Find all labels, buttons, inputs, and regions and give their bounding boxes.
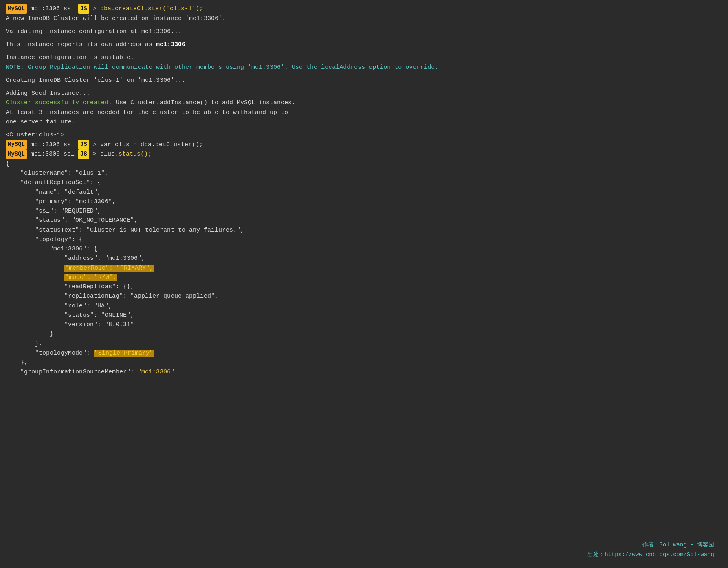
output-line-2: Validating instance configuration at mc1… bbox=[6, 27, 722, 36]
json-version: "version": "8.0.31" bbox=[6, 320, 722, 329]
json-topologymode: "topologyMode": "Single-Primary" bbox=[6, 349, 722, 358]
output-line-1: A new InnoDB Cluster will be created on … bbox=[6, 14, 722, 23]
json-readreplicas: "readReplicas": {}, bbox=[6, 282, 722, 292]
json-status2: "status": "ONLINE", bbox=[6, 311, 722, 320]
output-line-3: This instance reports its own address as… bbox=[6, 40, 722, 49]
json-clustername: "clusterName": "clus-1", bbox=[6, 169, 722, 178]
json-mc1-open: "mc1:3306": { bbox=[6, 244, 722, 254]
watermark: 作者：Sol_wang - 博客园 出处：https://www.cnblogs… bbox=[587, 540, 714, 560]
json-mode: "mode": "R/W", bbox=[6, 273, 722, 282]
json-primary: "primary": "mc1:3306", bbox=[6, 197, 722, 206]
cmd-1: dba.createCluster('clus-1'); bbox=[100, 4, 203, 13]
output-line-7: Adding Seed Instance... bbox=[6, 89, 722, 98]
json-defaultreplicaset-open: "defaultReplicaSet": { bbox=[6, 178, 722, 187]
cmd-2: var clus = dba.getCluster(); bbox=[100, 140, 203, 149]
cmd-3a: clus. bbox=[100, 149, 119, 159]
json-status: "status": "OK_NO_TOLERANCE", bbox=[6, 216, 722, 225]
arrow-3: > bbox=[89, 149, 100, 159]
prompt-line-2: MySQL mc1:3306 ssl JS > var clus = dba.g… bbox=[6, 140, 722, 149]
watermark-line1: 作者：Sol_wang - 博客园 bbox=[587, 540, 714, 550]
mysql-badge-3: MySQL bbox=[6, 149, 27, 159]
json-statustext: "statusText": "Cluster is NOT tolerant t… bbox=[6, 226, 722, 235]
output-line-4: Instance configuration is suitable. bbox=[6, 53, 722, 62]
output-line-10: one server failure. bbox=[6, 117, 722, 127]
json-topology-close: }, bbox=[6, 339, 722, 349]
terminal-window: MySQL mc1:3306 ssl JS > dba.createCluste… bbox=[6, 4, 722, 568]
watermark-line2: 出处：https://www.cnblogs.com/Sol-wang bbox=[587, 550, 714, 560]
json-memberrole: "memberRole": "PRIMARY", bbox=[6, 263, 722, 273]
json-groupinfosource: "groupInformationSourceMember": "mc1:330… bbox=[6, 367, 722, 377]
output-line-9: At least 3 instances are needed for the … bbox=[6, 108, 722, 117]
arrow-1: > bbox=[89, 4, 100, 13]
json-name: "name": "default", bbox=[6, 188, 722, 197]
output-line-11: <Cluster:clus-1> bbox=[6, 130, 722, 140]
output-line-5: NOTE: Group Replication will communicate… bbox=[6, 63, 722, 72]
json-address: "address": "mc1:3306", bbox=[6, 254, 722, 263]
json-mc1-close: } bbox=[6, 329, 722, 339]
js-badge-2: JS bbox=[78, 140, 89, 149]
json-replicationlag: "replicationLag": "applier_queue_applied… bbox=[6, 292, 722, 301]
js-badge-1: JS bbox=[78, 4, 89, 14]
json-topology-open: "topology": { bbox=[6, 235, 722, 244]
json-defaultreplicaset-close: }, bbox=[6, 358, 722, 367]
json-ssl: "ssl": "REQUIRED", bbox=[6, 206, 722, 216]
json-open: { bbox=[6, 159, 722, 169]
prompt-text-2: mc1:3306 ssl bbox=[27, 140, 78, 149]
json-role: "role": "HA", bbox=[6, 301, 722, 311]
js-badge-3: JS bbox=[78, 149, 89, 159]
prompt-text-3: mc1:3306 ssl bbox=[27, 149, 78, 159]
output-line-8: Cluster successfully created. Use Cluste… bbox=[6, 98, 722, 107]
cmd-3b: status(); bbox=[119, 149, 152, 159]
prompt-text-1: mc1:3306 ssl bbox=[27, 4, 78, 13]
prompt-line-1: MySQL mc1:3306 ssl JS > dba.createCluste… bbox=[6, 4, 722, 14]
prompt-line-3: MySQL mc1:3306 ssl JS > clus.status(); bbox=[6, 149, 722, 159]
mysql-badge-2: MySQL bbox=[6, 140, 27, 149]
mysql-badge-1: MySQL bbox=[6, 4, 27, 14]
output-line-6: Creating InnoDB Cluster 'clus-1' on 'mc1… bbox=[6, 76, 722, 85]
arrow-2: > bbox=[89, 140, 100, 149]
